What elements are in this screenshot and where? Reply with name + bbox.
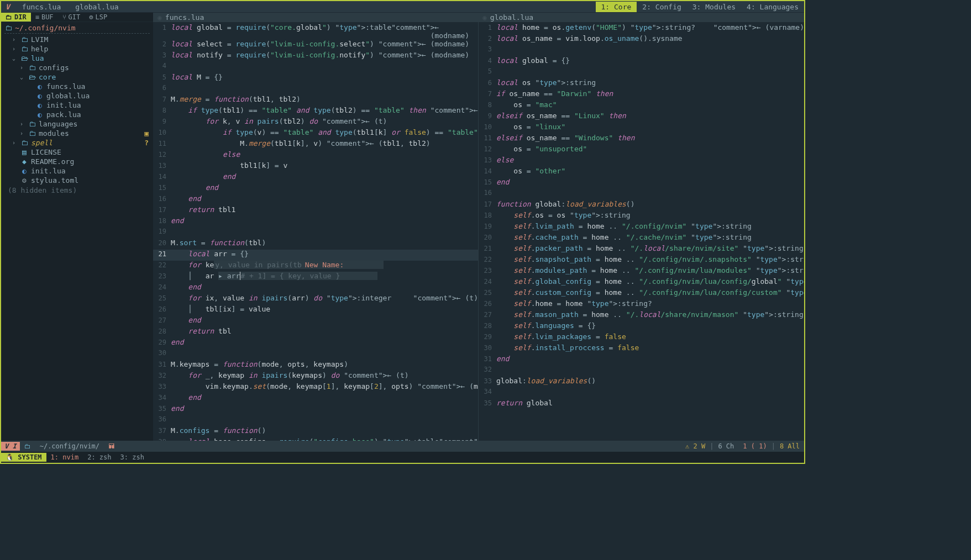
code-line[interactable]: 4local global = {}: [479, 56, 804, 67]
code-line[interactable]: 21 local arr = {}: [153, 250, 478, 261]
panel-mode-lsp[interactable]: ⚙ LSP: [85, 13, 112, 22]
code-line[interactable]: 32 for _, keymap in ipairs(keymaps) do "…: [153, 371, 478, 382]
code-line[interactable]: 7M.merge = function(tbl1, tbl2): [153, 95, 478, 106]
tree-item[interactable]: ◐funcs.lua: [4, 82, 150, 91]
buffer-tab[interactable]: funcs.lua: [20, 3, 63, 11]
code-line[interactable]: 15end: [479, 178, 804, 189]
code-line[interactable]: 8 os = "mac": [479, 101, 804, 112]
workspace-tab[interactable]: 3: Modules: [687, 2, 741, 12]
code-line[interactable]: 12 else: [153, 150, 478, 161]
code-line[interactable]: 28 self.languages = {}: [479, 321, 804, 332]
code-line[interactable]: 35end: [153, 404, 478, 415]
code-line[interactable]: 19 self.lvim_path = home .. "/.config/nv…: [479, 222, 804, 233]
code-line[interactable]: 5: [479, 67, 804, 78]
tree-item[interactable]: ◐global.lua: [4, 91, 150, 101]
code-line[interactable]: 30: [153, 349, 478, 360]
tree-item[interactable]: ⚙stylua.toml: [4, 176, 150, 185]
code-line[interactable]: 32: [479, 366, 804, 377]
code-line[interactable]: 4: [153, 62, 478, 73]
code-line[interactable]: 26 │ tbl[ix] = value: [153, 305, 478, 316]
tree-item[interactable]: ◐pack.lua: [4, 110, 150, 119]
workspace-tab[interactable]: 2: Config: [637, 2, 686, 12]
code-line[interactable]: 33 vim.keymap.set(mode, keymap[1], keyma…: [153, 382, 478, 393]
tree-item[interactable]: ›🗀spell?: [4, 138, 150, 147]
code-line[interactable]: 10 os = "linux": [479, 123, 804, 134]
code-line[interactable]: 2local os_name = vim.loop.os_uname().sys…: [479, 34, 804, 45]
panel-mode-dir[interactable]: 🗀 DIR: [1, 13, 31, 22]
tree-item[interactable]: ◆README.org: [4, 157, 150, 166]
buffer-tab[interactable]: global.lua: [73, 3, 120, 11]
code-line[interactable]: 13 tbl1[k] = v: [153, 161, 478, 172]
code-line[interactable]: 18 self.os = os "type">:string: [479, 211, 804, 222]
code-line[interactable]: 34 end: [153, 393, 478, 404]
code-line[interactable]: 29end: [153, 338, 478, 349]
code-line[interactable]: 27 end: [153, 316, 478, 327]
code-line[interactable]: 17function global:load_variables(): [479, 200, 804, 211]
code-line[interactable]: 9elseif os_name == "Linux" then: [479, 112, 804, 123]
code-line[interactable]: 10 if type(v) == "table" and type(tbl1[k…: [153, 128, 478, 139]
tmux-window[interactable]: 1: nvim: [46, 453, 83, 461]
code-line[interactable]: 34: [479, 388, 804, 399]
code-line[interactable]: 11elseif os_name == "Windows" then: [479, 134, 804, 145]
code-line[interactable]: 29 self.lvim_packages = false: [479, 332, 804, 344]
code-line[interactable]: 2local select = require("lvim-ui-config.…: [153, 40, 478, 51]
tmux-session[interactable]: 🐧 SYSTEM: [1, 453, 46, 462]
tmux-window[interactable]: 3: zsh: [116, 453, 149, 461]
code-line[interactable]: 6: [153, 84, 478, 95]
code-line[interactable]: 14 os = "other": [479, 167, 804, 178]
code-line[interactable]: 11 M.merge(tbl1[k], v) "comment">← (tbl1…: [153, 139, 478, 150]
code-line[interactable]: 35return global: [479, 399, 804, 410]
panel-mode-git[interactable]: ⑂ GIT: [58, 13, 85, 22]
code-line[interactable]: 15 end: [153, 183, 478, 194]
tree-item[interactable]: ◐init.lua: [4, 166, 150, 176]
editor-right[interactable]: 1local home = os.getenv("HOME") "type">:…: [478, 22, 804, 441]
code-line[interactable]: 26 self.home = home "type">:string?: [479, 299, 804, 310]
code-line[interactable]: 37M.configs = function(): [153, 426, 478, 437]
code-line[interactable]: 5local M = {}: [153, 73, 478, 84]
code-line[interactable]: 14 end: [153, 172, 478, 183]
tree-item[interactable]: ▤LICENSE: [4, 147, 150, 157]
code-line[interactable]: 33global:load_variables(): [479, 377, 804, 388]
code-line[interactable]: 23 │ ar ▸ arr# + 1] = { key, value }: [153, 272, 478, 283]
tree-root[interactable]: 🗀 ~/.config/nvim: [4, 23, 150, 34]
code-line[interactable]: 19: [153, 228, 478, 239]
code-line[interactable]: 28 return tbl: [153, 327, 478, 338]
file-tree[interactable]: 🗀 ~/.config/nvim ›🗀LVIM›🗀help⌄🗁lua›🗀conf…: [1, 22, 153, 441]
code-line[interactable]: 18end: [153, 216, 478, 228]
code-line[interactable]: 23 self.modules_path = home .. "/.config…: [479, 266, 804, 277]
tree-item[interactable]: ⌄🗁core: [4, 72, 150, 82]
code-line[interactable]: 6local os "type">:string: [479, 78, 804, 89]
code-line[interactable]: 1local global = require("core.global") "…: [153, 23, 478, 40]
panel-mode-buf[interactable]: ≡ BUF: [31, 13, 58, 22]
tree-item[interactable]: ›🗀configs: [4, 63, 150, 72]
code-line[interactable]: 38 local base_configs = require("configs…: [153, 437, 478, 441]
code-line[interactable]: 1local home = os.getenv("HOME") "type">:…: [479, 23, 804, 34]
code-line[interactable]: 3local notify = require("lvim-ui-config.…: [153, 51, 478, 62]
code-line[interactable]: 27 self.mason_path = home .. "/.local/sh…: [479, 310, 804, 321]
code-line[interactable]: 20M.sort = function(tbl): [153, 239, 478, 250]
code-line[interactable]: 16 end: [153, 194, 478, 205]
tree-item[interactable]: ›🗀LVIM: [4, 35, 150, 44]
code-line[interactable]: 36: [153, 415, 478, 426]
code-line[interactable]: 22 for key, value in pairs(tbNew Name:: [153, 261, 478, 272]
code-line[interactable]: 31end: [479, 355, 804, 366]
tree-item[interactable]: ›🗀modules▣: [4, 129, 150, 138]
code-line[interactable]: 22 self.snapshot_path = home .. "/.confi…: [479, 255, 804, 266]
code-line[interactable]: 3: [479, 45, 804, 56]
code-line[interactable]: 17 return tbl1: [153, 205, 478, 216]
code-line[interactable]: 25 self.custom_config = home .. "/.confi…: [479, 288, 804, 299]
tree-item[interactable]: ⌄🗁lua: [4, 54, 150, 63]
tree-item[interactable]: ›🗀languages: [4, 119, 150, 129]
code-line[interactable]: 25 for ix, value in ipairs(arr) do "type…: [153, 294, 478, 305]
tree-item[interactable]: ›🗀help: [4, 44, 150, 54]
code-line[interactable]: 21 self.packer_path = home .. "/.local/s…: [479, 244, 804, 255]
code-line[interactable]: 13else: [479, 156, 804, 167]
code-line[interactable]: 16: [479, 189, 804, 200]
tmux-window[interactable]: 2: zsh: [83, 453, 116, 461]
code-line[interactable]: 24 end: [153, 283, 478, 294]
code-line[interactable]: 8 if type(tbl1) == "table" and type(tbl2…: [153, 106, 478, 117]
tree-item[interactable]: ◐init.lua: [4, 101, 150, 110]
code-line[interactable]: 20 self.cache_path = home .. "/.cache/nv…: [479, 233, 804, 244]
code-line[interactable]: 24 self.global_config = home .. "/.confi…: [479, 277, 804, 288]
editor-left[interactable]: 1local global = require("core.global") "…: [153, 22, 478, 441]
